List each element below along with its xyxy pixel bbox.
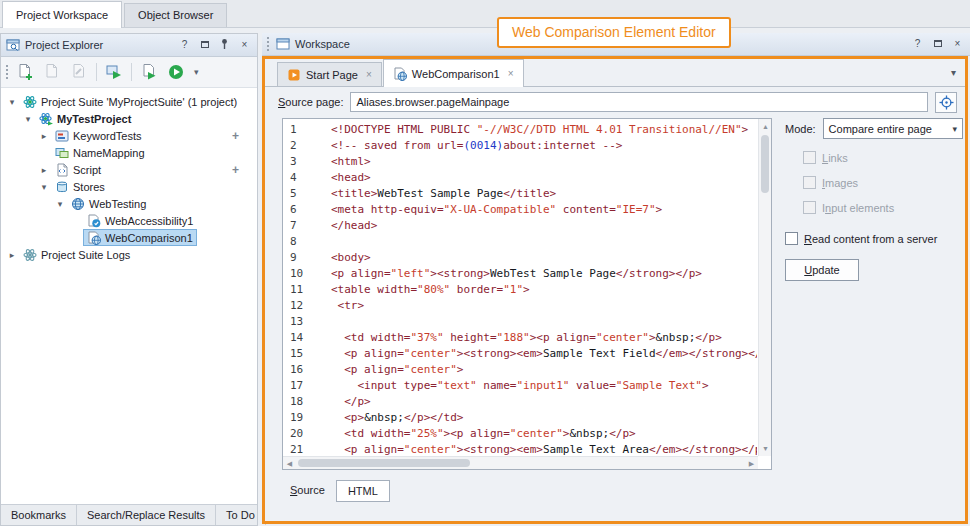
read-content-label: Read content from a server [804,233,937,245]
tab-start-page-label: Start Page [306,69,358,81]
collapse-arrow-icon[interactable]: ▾ [53,199,67,209]
tree-node[interactable]: NameMapping [51,144,149,161]
tree-item-webaccessibility1[interactable]: WebAccessibility1 [1,212,257,229]
add-child-button[interactable]: + [232,129,239,143]
close-tab-icon[interactable]: × [508,68,514,79]
tree-node[interactable]: Project Suite Logs [19,246,134,263]
horizontal-scrollbar[interactable]: ◀ ▶ [283,456,758,469]
line-number: 11 [290,282,317,298]
scroll-down-icon[interactable]: ▼ [759,442,772,455]
checkbox-row-read-content: Read content from a server [785,232,963,245]
input-elements-checkbox[interactable] [803,201,816,214]
source-code-editor[interactable]: 123456789101112131415161718192021 <!DOCT… [282,118,772,470]
tree-node[interactable]: MyTestProject [35,110,135,127]
tree-item-project-suite-myprojectsuite-1-project[interactable]: ▾Project Suite 'MyProjectSuite' (1 proje… [1,93,257,110]
tree-node[interactable]: WebAccessibility1 [83,212,197,229]
expand-arrow-icon[interactable]: ▸ [37,131,51,141]
help-icon[interactable]: ? [177,38,192,53]
toolbar-grip[interactable] [6,65,10,79]
expand-arrow-icon[interactable]: ▸ [37,165,51,175]
line-number-gutter: 123456789101112131415161718192021 [283,122,317,458]
tree-node[interactable]: Script [51,161,105,178]
code-line: <p align="left"><strong>WebTest Sample P… [331,266,757,282]
line-number: 17 [290,378,317,394]
line-number: 8 [290,234,317,250]
edit-item-button[interactable] [67,60,91,84]
add-child-button[interactable]: + [232,163,239,177]
close-icon[interactable]: × [950,37,965,52]
tab-search-replace-results[interactable]: Search/Replace Results [77,505,216,525]
read-content-checkbox[interactable] [785,232,798,245]
pin-icon[interactable] [217,38,232,53]
tree-node[interactable]: WebTesting [67,195,150,212]
pick-object-button[interactable] [935,92,957,113]
tree-item-namemapping[interactable]: NameMapping [1,144,257,161]
tree-item-script[interactable]: ▸Script+ [1,161,257,178]
line-number: 10 [290,266,317,282]
source-page-input[interactable]: Aliases.browser.pageMainpage [350,92,928,112]
main-tab-bar: Project Workspace Object Browser [0,0,970,28]
tree-item-label: Project Suite Logs [41,249,130,261]
code-line: <tr> [331,298,757,314]
help-icon[interactable]: ? [910,37,925,52]
tree-item-webtesting[interactable]: ▾WebTesting [1,195,257,212]
add-new-item-button[interactable] [13,60,37,84]
tab-object-browser[interactable]: Object Browser [124,3,227,27]
tree-node[interactable]: Stores [51,178,109,195]
code-line: </p> [331,394,757,410]
close-tab-icon[interactable]: × [366,69,372,80]
code-area[interactable]: <!DOCTYPE HTML PUBLIC "-//W3C//DTD HTML … [331,122,757,455]
scroll-left-icon[interactable]: ◀ [283,457,296,470]
tree-item-label: WebTesting [89,198,146,210]
links-checkbox[interactable] [803,151,816,164]
tree-node[interactable]: KeywordTests [51,127,145,144]
scroll-up-icon[interactable]: ▲ [759,120,772,133]
expand-arrow-icon[interactable]: ▸ [5,250,19,260]
tree-item-webcomparison1[interactable]: WebComparison1 [1,229,257,246]
vertical-scroll-thumb[interactable] [761,135,769,193]
chevron-down-icon[interactable]: ▾ [191,67,202,77]
chevron-down-icon: ▾ [949,124,960,134]
tab-list-chevron-icon[interactable]: ▾ [951,67,956,78]
tree-item-mytestproject[interactable]: ▾MyTestProject [1,110,257,127]
checkbox-row-links: Links [803,151,963,164]
run-project-button[interactable] [164,60,188,84]
add-existing-item-button[interactable] [40,60,64,84]
horizontal-scroll-thumb[interactable] [298,459,470,467]
scroll-right-icon[interactable]: ▶ [745,457,758,470]
workspace-grip[interactable] [267,37,271,51]
line-number: 16 [290,362,317,378]
code-line: <!-- saved from url=(0014)about:internet… [331,138,757,154]
images-checkbox[interactable] [803,176,816,189]
update-button[interactable]: Update [785,259,859,281]
tab-webcomparison1[interactable]: WebComparison1 × [383,59,524,87]
run-item-button[interactable] [137,60,161,84]
collapse-arrow-icon[interactable]: ▾ [37,182,51,192]
tab-project-workspace[interactable]: Project Workspace [2,1,122,28]
tab-bookmarks[interactable]: Bookmarks [1,505,77,525]
tree-item-stores[interactable]: ▾Stores [1,178,257,195]
close-icon[interactable]: × [237,38,252,53]
tab-to-do[interactable]: To Do [216,505,266,525]
maximize-icon[interactable] [930,37,945,52]
web-comparison-icon [87,231,101,245]
mode-dropdown[interactable]: Compare entire page ▾ [823,118,963,139]
tab-source-view[interactable]: Source [279,480,336,502]
tab-start-page[interactable]: Start Page × [277,62,382,86]
maximize-icon[interactable] [197,38,212,53]
tab-html-view[interactable]: HTML [336,480,390,502]
collapse-arrow-icon[interactable]: ▾ [21,114,35,124]
vertical-scrollbar[interactable]: ▲ ▼ [758,119,771,456]
comparison-options: Mode: Compare entire page ▾ Links Images… [785,118,963,281]
tree-item-keywordtests[interactable]: ▸KeywordTests+ [1,127,257,144]
code-line: <table width="80%" border="1"> [331,282,757,298]
web-testing-icon [71,197,85,211]
web-comparison-icon [393,67,407,81]
tree-item-project-suite-logs[interactable]: ▸Project Suite Logs [1,246,257,263]
tree-node[interactable]: Project Suite 'MyProjectSuite' (1 projec… [19,93,241,110]
line-number: 2 [290,138,317,154]
run-test-button[interactable] [102,60,126,84]
tree-node[interactable]: WebComparison1 [83,229,197,246]
collapse-arrow-icon[interactable]: ▾ [5,97,19,107]
tree-item-label: WebAccessibility1 [105,215,193,227]
